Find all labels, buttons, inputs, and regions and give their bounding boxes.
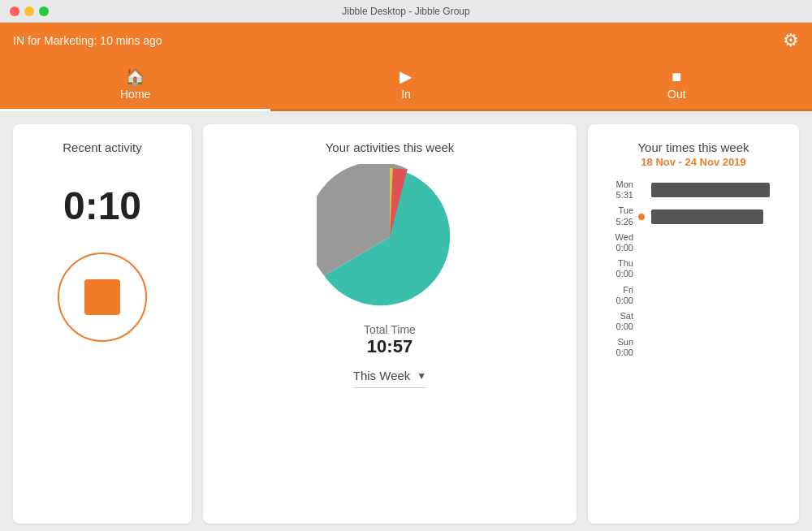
list-item: Wed0:00 [604,232,783,253]
day-bar-container [651,314,783,329]
dot-placeholder [638,344,645,351]
week-selector-text: This Week [353,369,411,382]
list-item: Mon5:31 [604,179,783,201]
tab-home[interactable]: 🏠 Home [0,58,270,109]
day-bar-container [651,209,783,224]
dot-placeholder [638,266,645,272]
day-bar-container [651,288,783,303]
recent-activity-card: Recent activity 0:10 [13,124,192,524]
dot-placeholder [638,240,645,246]
tab-in-label: In [401,88,411,101]
day-bar-container [651,235,783,250]
dot-placeholder [638,187,645,193]
day-label: Wed0:00 [604,232,633,253]
day-label: Mon5:31 [604,179,633,201]
recent-activity-title: Recent activity [63,140,142,154]
stop-icon: ■ [672,67,681,86]
window-title: Jibble Desktop - Jibble Group [342,6,469,17]
close-button[interactable] [10,6,19,16]
current-day-dot [638,214,645,220]
stop-square-icon [84,279,120,315]
minimize-button[interactable] [24,6,34,16]
times-title: Your times this week [604,140,783,154]
status-text: IN for Marketing: 10 mins ago [13,34,162,47]
maximize-button[interactable] [39,6,49,16]
day-bar [651,183,770,197]
list-item: Tue5:26 [604,205,783,227]
dot-placeholder [638,318,645,325]
pie-chart [317,164,463,310]
tab-out-label: Out [667,88,686,101]
list-item: Sat0:00 [604,311,783,332]
activities-title: Your activities this week [326,140,455,154]
day-bar-container [651,261,783,276]
tab-out[interactable]: ■ Out [542,58,812,109]
gear-icon[interactable]: ⚙ [783,30,799,51]
dot-placeholder [638,292,645,299]
total-time-label: Total Time [364,323,416,336]
tab-home-label: Home [120,88,150,101]
stop-button[interactable] [58,253,147,342]
activities-card: Your activities this week Total Time 10:… [203,124,577,524]
window-controls [10,6,49,16]
tab-in[interactable]: ▶ In [270,58,541,109]
times-subtitle: 18 Nov - 24 Nov 2019 [604,156,783,168]
days-chart: Mon5:31Tue5:26Wed0:00Thu0:00Fri0:00Sat0:… [604,179,783,507]
day-label: Fri0:00 [604,285,633,306]
title-bar: Jibble Desktop - Jibble Group [0,0,812,23]
elapsed-time: 0:10 [63,183,141,228]
day-label: Sun0:00 [604,337,633,358]
day-label: Sat0:00 [604,311,633,332]
times-card: Your times this week 18 Nov - 24 Nov 201… [588,124,799,524]
chevron-down-icon: ▼ [417,370,426,382]
play-icon: ▶ [400,67,412,86]
total-time-value: 10:57 [367,336,412,357]
day-bar-container [651,340,783,355]
week-selector[interactable]: This Week ▼ [353,369,426,388]
nav-tabs: 🏠 Home ▶ In ■ Out [0,58,812,111]
day-bar [651,209,763,224]
header-bar: IN for Marketing: 10 mins ago ⚙ [0,23,812,58]
main-content: Recent activity 0:10 Your activities thi… [0,111,812,531]
list-item: Fri0:00 [604,285,783,306]
home-icon: 🏠 [125,67,145,86]
day-label: Tue5:26 [604,205,633,227]
list-item: Thu0:00 [604,258,783,279]
list-item: Sun0:00 [604,337,783,358]
day-label: Thu0:00 [604,258,633,279]
day-bar-container [651,183,783,197]
